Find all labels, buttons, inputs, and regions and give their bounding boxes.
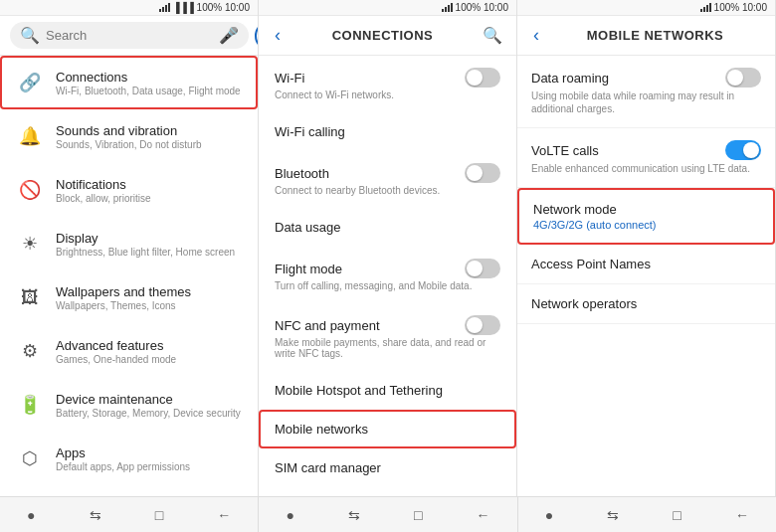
sidebar-item-advanced[interactable]: ⚙ Advanced features Games, One-handed mo… bbox=[0, 324, 258, 378]
apn-title: Access Point Names bbox=[531, 257, 651, 271]
conn-item-flight_mode[interactable]: Flight mode Turn off calling, messaging,… bbox=[259, 247, 516, 303]
notifications-icon: 🚫 bbox=[14, 174, 46, 206]
mobile_networks-title: Mobile networks bbox=[275, 422, 368, 437]
right-header: ‹ MOBILE NETWORKS bbox=[517, 16, 775, 56]
right-back-button[interactable]: ‹ bbox=[527, 25, 545, 46]
device-title: Device maintenance bbox=[56, 392, 241, 407]
advanced-subtitle: Games, One-handed mode bbox=[56, 354, 176, 365]
flight_mode-subtitle: Turn off calling, messaging, and Mobile … bbox=[275, 280, 500, 291]
sidebar-item-sounds[interactable]: 🔔 Sounds and vibration Sounds, Vibration… bbox=[0, 109, 258, 163]
nfc-toggle[interactable] bbox=[465, 315, 500, 335]
mid-panel: 100% 10:00 ‹ CONNECTIONS 🔍 Wi-Fi Connect… bbox=[259, 0, 517, 496]
wallpapers-icon: 🖼 bbox=[14, 281, 46, 313]
data_usage-title: Data usage bbox=[275, 220, 341, 235]
left-nav-recent[interactable]: ⇆ bbox=[82, 503, 109, 527]
right-nav: ● ⇆ □ ← bbox=[518, 497, 776, 532]
data_roaming-title: Data roaming bbox=[531, 71, 609, 86]
left-nav-back[interactable]: ← bbox=[209, 503, 239, 527]
mid-header: ‹ CONNECTIONS 🔍 bbox=[259, 16, 516, 56]
mobile-networks-list: Data roaming Using mobile data while roa… bbox=[517, 56, 775, 496]
wifi_calling-title: Wi-Fi calling bbox=[275, 124, 345, 139]
flight_mode-toggle[interactable] bbox=[465, 259, 500, 278]
mobile-net-item-network_mode[interactable]: Network mode 4G/3G/2G (auto connect) bbox=[517, 188, 775, 245]
right-signal-icon bbox=[700, 2, 711, 14]
volte-title: VoLTE calls bbox=[531, 143, 599, 158]
data_roaming-toggle[interactable] bbox=[725, 68, 761, 88]
conn-item-sim_manager[interactable]: SIM card manager bbox=[259, 448, 516, 487]
right-title: MOBILE NETWORKS bbox=[545, 28, 765, 43]
battery-percent: ▐▐▐ 100% 10:00 bbox=[173, 2, 250, 13]
mid-battery: 100% 10:00 bbox=[456, 2, 508, 13]
apps-title: Apps bbox=[56, 445, 190, 460]
sidebar-item-notifications[interactable]: 🚫 Notifications Block, allow, prioritise bbox=[0, 163, 258, 217]
data_roaming-subtitle: Using mobile data while roaming may resu… bbox=[531, 89, 761, 115]
device-subtitle: Battery, Storage, Memory, Device securit… bbox=[56, 408, 241, 419]
sidebar-item-display[interactable]: ☀ Display Brightness, Blue light filter,… bbox=[0, 217, 258, 270]
mid-nav-square[interactable]: □ bbox=[406, 503, 430, 527]
conn-item-wifi_calling[interactable]: Wi-Fi calling bbox=[259, 112, 516, 151]
left-header: 🔍 🎤 👤 bbox=[0, 16, 258, 56]
mid-status-bar: 100% 10:00 bbox=[259, 0, 516, 16]
right-status-bar: 100% 10:00 bbox=[517, 0, 775, 16]
conn-item-hotspot[interactable]: Mobile Hotspot and Tethering bbox=[259, 371, 516, 410]
flight_mode-title: Flight mode bbox=[275, 262, 342, 276]
mic-icon[interactable]: 🎤 bbox=[219, 26, 239, 45]
display-title: Display bbox=[56, 231, 235, 246]
notifications-subtitle: Block, allow, prioritise bbox=[56, 193, 151, 204]
advanced-title: Advanced features bbox=[56, 338, 176, 353]
advanced-icon: ⚙ bbox=[14, 335, 46, 367]
left-status-bar: ▐▐▐ 100% 10:00 bbox=[0, 0, 258, 16]
conn-item-wifi[interactable]: Wi-Fi Connect to Wi-Fi networks. bbox=[259, 56, 516, 112]
conn-item-mobile_networks[interactable]: Mobile networks bbox=[259, 410, 516, 448]
mobile-net-item-data_roaming[interactable]: Data roaming Using mobile data while roa… bbox=[517, 56, 775, 128]
mid-nav-dot: ● bbox=[278, 503, 301, 527]
connections-icon: 🔗 bbox=[14, 67, 46, 98]
search-icon: 🔍 bbox=[20, 26, 40, 45]
mid-signal-icon bbox=[442, 2, 453, 14]
signal-icon bbox=[159, 2, 170, 14]
search-input[interactable] bbox=[46, 28, 213, 43]
wallpapers-title: Wallpapers and themes bbox=[56, 284, 191, 299]
wallpapers-subtitle: Wallpapers, Themes, Icons bbox=[56, 300, 191, 311]
wifi-toggle[interactable] bbox=[465, 68, 500, 88]
right-nav-back[interactable]: ← bbox=[727, 503, 757, 527]
sidebar-item-wallpapers[interactable]: 🖼 Wallpapers and themes Wallpapers, Them… bbox=[0, 270, 258, 324]
bluetooth-toggle[interactable] bbox=[465, 163, 500, 183]
conn-item-nfc[interactable]: NFC and payment Make mobile payments, sh… bbox=[259, 303, 516, 371]
mid-nav: ● ⇆ □ ← bbox=[259, 497, 517, 532]
mid-title: CONNECTIONS bbox=[287, 28, 479, 43]
volte-toggle[interactable] bbox=[725, 140, 761, 160]
mobile-net-item-network_operators[interactable]: Network operators bbox=[517, 284, 775, 324]
sounds-subtitle: Sounds, Vibration, Do not disturb bbox=[56, 139, 202, 150]
settings-menu-list: 🔗 Connections Wi-Fi, Bluetooth, Data usa… bbox=[0, 56, 258, 496]
mid-search-icon[interactable]: 🔍 bbox=[479, 26, 506, 45]
mid-nav-back[interactable]: ← bbox=[469, 503, 498, 527]
search-bar[interactable]: 🔍 🎤 bbox=[10, 22, 249, 49]
mid-nav-recent[interactable]: ⇆ bbox=[340, 503, 368, 527]
wifi-subtitle: Connect to Wi-Fi networks. bbox=[275, 89, 500, 100]
mobile-net-item-apn[interactable]: Access Point Names bbox=[517, 245, 775, 284]
apps-subtitle: Default apps, App permissions bbox=[56, 461, 190, 472]
conn-item-bluetooth[interactable]: Bluetooth Connect to nearby Bluetooth de… bbox=[259, 151, 516, 208]
nav-bar: ● ⇆ □ ← ● ⇆ □ ← ● ⇆ □ ← bbox=[0, 496, 776, 532]
notifications-title: Notifications bbox=[56, 177, 151, 192]
sidebar-item-apps[interactable]: ⬡ Apps Default apps, App permissions bbox=[0, 432, 258, 485]
network_mode-value: 4G/3G/2G (auto connect) bbox=[533, 219, 759, 231]
right-nav-dot: ● bbox=[537, 503, 561, 527]
left-nav-dot: ● bbox=[19, 503, 43, 527]
device-icon: 🔋 bbox=[14, 389, 46, 421]
mobile-net-item-volte[interactable]: VoLTE calls Enable enhanced communicatio… bbox=[517, 128, 775, 188]
left-nav-square[interactable]: □ bbox=[147, 503, 171, 527]
right-nav-square[interactable]: □ bbox=[665, 503, 688, 527]
display-icon: ☀ bbox=[14, 228, 46, 260]
sidebar-item-connections[interactable]: 🔗 Connections Wi-Fi, Bluetooth, Data usa… bbox=[0, 56, 258, 109]
apps-icon: ⬡ bbox=[14, 443, 46, 474]
right-nav-recent[interactable]: ⇆ bbox=[599, 503, 627, 527]
right-panel: 100% 10:00 ‹ MOBILE NETWORKS Data roamin… bbox=[517, 0, 776, 496]
bluetooth-title: Bluetooth bbox=[275, 166, 329, 181]
mid-back-button[interactable]: ‹ bbox=[269, 25, 287, 46]
sidebar-item-device[interactable]: 🔋 Device maintenance Battery, Storage, M… bbox=[0, 378, 258, 432]
right-battery: 100% 10:00 bbox=[714, 2, 767, 13]
sidebar-item-lockscreen[interactable]: 🔒 Lock screen Screen lock type, Clock st… bbox=[0, 485, 258, 496]
conn-item-data_usage[interactable]: Data usage bbox=[259, 208, 516, 247]
